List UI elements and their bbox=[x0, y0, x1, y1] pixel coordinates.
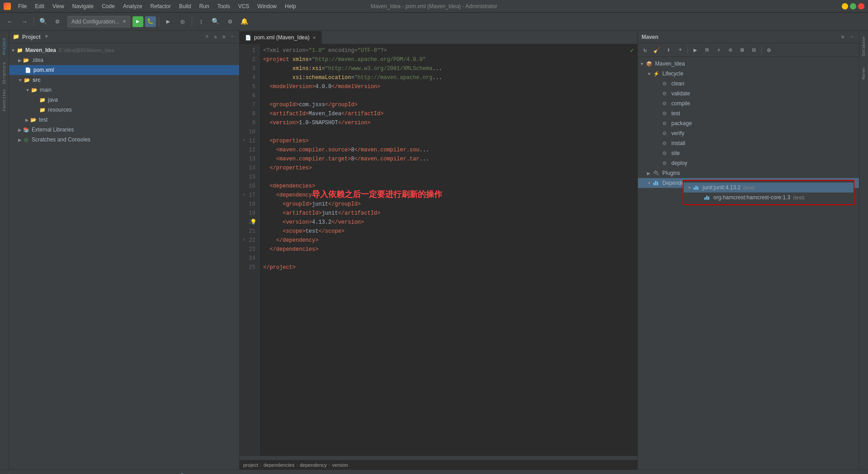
maven-lifecycle-package[interactable]: ⚙ package bbox=[638, 118, 859, 128]
junit-dep-label: junit:junit:4.13.2 bbox=[703, 184, 741, 191]
code-line-9: <version>1.0-SNAPSHOT</version> bbox=[263, 118, 637, 127]
search-everywhere-button[interactable]: 🔍 bbox=[209, 15, 222, 28]
maven-tree-btn[interactable]: ⊞ bbox=[737, 45, 748, 56]
tree-main-folder[interactable]: ▼ 📂 main bbox=[9, 85, 239, 95]
maven-collapse-btn[interactable]: ⊟ bbox=[749, 45, 760, 56]
minimize-button[interactable] bbox=[842, 3, 848, 9]
deps-junit-item[interactable]: ▼ junit:junit:4.13.2 (test) bbox=[684, 183, 854, 192]
maven-download-btn[interactable]: ⬇ bbox=[663, 45, 674, 56]
breadcrumb-version[interactable]: version bbox=[332, 462, 348, 468]
maven-add-btn[interactable]: + bbox=[675, 45, 686, 56]
menu-code[interactable]: Code bbox=[98, 2, 118, 10]
tree-java-folder[interactable]: 📁 java bbox=[9, 95, 239, 105]
maven-refresh-btn[interactable]: ↻ bbox=[640, 45, 651, 56]
settings-button[interactable]: ⚙ bbox=[51, 15, 64, 28]
menu-navigate[interactable]: Navigate bbox=[69, 2, 97, 10]
breadcrumb-project[interactable]: project bbox=[243, 462, 258, 468]
coverage-button[interactable]: ▶ bbox=[162, 15, 175, 28]
panel-settings-btn[interactable]: ⚙ bbox=[221, 33, 227, 41]
forward-button[interactable]: → bbox=[18, 15, 31, 28]
menu-tools[interactable]: Tools bbox=[214, 2, 234, 10]
maven-lifecycle-compile[interactable]: ⚙ compile bbox=[638, 99, 859, 108]
menu-run[interactable]: Run bbox=[196, 2, 213, 10]
maven-skip-test-btn[interactable]: ⚡ bbox=[713, 45, 724, 56]
maven-lifecycle-group[interactable]: ▼ ⚡ Lifecycle bbox=[638, 69, 859, 79]
project-sidebar-icon[interactable]: Project bbox=[0, 33, 9, 60]
todo-button[interactable]: ☰ TODO bbox=[4, 471, 33, 474]
menu-vcs[interactable]: VCS bbox=[235, 2, 253, 10]
window-title: Maven_Idea - pom.xml (Maven_Idea) - Admi… bbox=[371, 3, 497, 9]
maven-lifecycle-clean[interactable]: ⚙ clean bbox=[638, 79, 859, 89]
tree-root[interactable]: ▼ 📁 Maven_Idea E:\Ideal源码\Maven_Idea bbox=[9, 45, 239, 55]
toolbar-separator-2 bbox=[159, 17, 159, 26]
tree-src-folder[interactable]: ▼ 📂 src bbox=[9, 75, 239, 85]
maven-deps-arrow: ▼ bbox=[647, 181, 653, 186]
menu-analyze[interactable]: Analyze bbox=[119, 2, 146, 10]
run-button[interactable]: ▶ bbox=[132, 16, 143, 27]
notifications-button[interactable]: 🔔 bbox=[238, 15, 251, 28]
services-button[interactable]: ◈ Services bbox=[141, 471, 174, 474]
maven-lifecycle-install[interactable]: ⚙ install bbox=[638, 138, 859, 148]
favorites-sidebar-icon[interactable]: Favorites bbox=[0, 87, 9, 114]
terminal-button[interactable]: ▶ Terminal bbox=[73, 471, 106, 474]
maven-clean-btn[interactable]: 🧹 bbox=[651, 45, 662, 56]
tree-test-folder[interactable]: ▶ 📂 test bbox=[9, 115, 239, 125]
maven-settings-btn[interactable]: ⚙ bbox=[840, 33, 846, 41]
maven-run-btn[interactable]: ▶ bbox=[690, 45, 701, 56]
breadcrumb-dependency[interactable]: dependency bbox=[300, 462, 327, 468]
maven-lifecycle-test[interactable]: ⚙ test bbox=[638, 108, 859, 118]
root-expand-arrow: ▼ bbox=[11, 48, 15, 53]
deps-hamcrest-item[interactable]: org.hamcrest:hamcrest-core:1.3 (test) bbox=[684, 192, 854, 202]
menu-edit[interactable]: Edit bbox=[31, 2, 48, 10]
maven-hide-btn[interactable]: − bbox=[849, 33, 855, 41]
package-icon: ⚙ bbox=[662, 121, 670, 127]
tree-scratches[interactable]: ▶ ◎ Scratches and Consoles bbox=[9, 135, 239, 145]
maven-lifecycle-deploy[interactable]: ⚙ deploy bbox=[638, 158, 859, 168]
settings-gear-button[interactable]: ⚙ bbox=[224, 15, 236, 28]
navigate-button[interactable]: 🔍 bbox=[37, 15, 49, 28]
maven-lifecycle-verify[interactable]: ⚙ verify bbox=[638, 128, 859, 138]
tree-external-libs[interactable]: ▶ 📚 External Libraries bbox=[9, 125, 239, 135]
maven-root-arrow: ▼ bbox=[640, 61, 646, 66]
build-button[interactable]: 🔨 Build bbox=[176, 471, 203, 474]
git-button[interactable]: ↕ bbox=[195, 15, 208, 28]
menu-window[interactable]: Window bbox=[254, 2, 280, 10]
database-sidebar-icon[interactable]: Database bbox=[860, 33, 868, 60]
maven-generate-btn[interactable]: ⊙ bbox=[725, 45, 736, 56]
problems-button[interactable]: ⚠ Problems bbox=[34, 471, 71, 474]
profiler-button[interactable]: ◎ Profiler bbox=[108, 471, 139, 474]
pom-tab-icon: 📄 bbox=[245, 35, 251, 41]
maven-plugins-group[interactable]: ▶ 🔌 Plugins bbox=[638, 168, 859, 178]
maven-m-btn[interactable]: m bbox=[702, 45, 712, 56]
debug-button[interactable]: 🐛 bbox=[145, 16, 156, 27]
editor-tab-pom[interactable]: 📄 pom.xml (Maven_Idea) ✕ bbox=[240, 31, 322, 44]
menu-file[interactable]: File bbox=[14, 2, 30, 10]
menu-build[interactable]: Build bbox=[175, 2, 195, 10]
run-configuration[interactable]: Add Configuration... ▼ bbox=[67, 16, 131, 28]
code-editor[interactable]: 1 2 3 4 5 6 7 8 9 10 ○11 12 13 14 15 16 … bbox=[240, 44, 637, 456]
close-button[interactable] bbox=[858, 3, 864, 9]
maven-link-btn[interactable]: ⚙ bbox=[764, 45, 774, 56]
pom-tab-close[interactable]: ✕ bbox=[312, 35, 316, 40]
structure-sidebar-icon[interactable]: Structure bbox=[0, 60, 9, 87]
editor-horizontal-scrollbar[interactable] bbox=[240, 456, 637, 460]
maven-sidebar-icon[interactable]: Maven bbox=[860, 60, 868, 87]
maven-lifecycle-validate[interactable]: ⚙ validate bbox=[638, 89, 859, 99]
menu-view[interactable]: View bbox=[49, 2, 68, 10]
menu-help[interactable]: Help bbox=[281, 2, 300, 10]
menu-refactor[interactable]: Refactor bbox=[147, 2, 175, 10]
collapse-all-btn[interactable]: ≡ bbox=[204, 33, 211, 41]
maven-root[interactable]: ▼ 📦 Maven_Idea bbox=[638, 59, 859, 69]
tree-pom-xml[interactable]: 📄 pom.xml bbox=[9, 65, 239, 75]
expand-all-btn[interactable]: ⇅ bbox=[212, 33, 219, 41]
back-button[interactable]: ← bbox=[4, 15, 16, 28]
profiler-button[interactable]: ◎ bbox=[176, 15, 189, 28]
left-sidebar-icons: Project Structure Favorites bbox=[0, 31, 9, 469]
panel-hide-btn[interactable]: − bbox=[229, 33, 236, 41]
breadcrumb-dependencies[interactable]: dependencies bbox=[264, 462, 295, 468]
maven-lifecycle-site[interactable]: ⚙ site bbox=[638, 148, 859, 158]
maximize-button[interactable] bbox=[850, 3, 856, 9]
tree-idea-folder[interactable]: ▶ 📂 .idea bbox=[9, 55, 239, 65]
tree-resources-folder[interactable]: 📁 resources bbox=[9, 105, 239, 115]
project-dropdown-arrow[interactable]: ▼ bbox=[45, 34, 48, 39]
